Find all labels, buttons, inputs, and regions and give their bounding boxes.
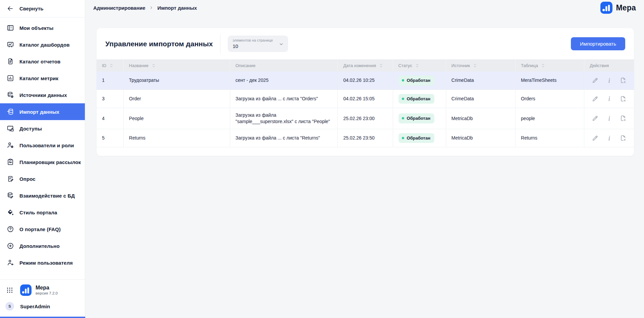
row-name: Order	[123, 90, 230, 108]
info-button[interactable]: i	[606, 77, 613, 84]
folder-objects-icon	[7, 24, 14, 32]
status-badge: Обработан	[398, 133, 434, 143]
info-button[interactable]: i	[606, 115, 613, 122]
status-badge: Обработан	[398, 113, 434, 123]
brand-name: Мера	[36, 285, 58, 291]
row-name: Returns	[123, 129, 230, 147]
row-actions: i	[584, 71, 634, 90]
delete-button[interactable]	[620, 77, 627, 84]
column-header[interactable]: Статус	[393, 59, 446, 71]
sidebar-item-label: О портале (FAQ)	[19, 226, 61, 232]
mera-logo-icon	[600, 2, 612, 14]
sidebar-item-survey[interactable]: Опрос	[0, 170, 85, 187]
page-size-select[interactable]: элементов на странице 10	[228, 36, 288, 52]
sidebar-item-access[interactable]: Доступы	[0, 120, 85, 137]
status-dot-icon	[402, 79, 404, 82]
sidebar-item-user-mode[interactable]: Режим пользователя	[0, 254, 85, 271]
column-header-label: Таблица	[521, 63, 538, 68]
column-header-label: Статус	[398, 63, 412, 68]
dashboard-board-icon	[7, 41, 14, 48]
header-divider	[220, 35, 220, 53]
breadcrumb: Администрирование Импорт данных	[93, 5, 197, 11]
sidebar-item-dashboards-catalog[interactable]: Каталог дашбордов	[0, 36, 85, 53]
document-pencil-icon	[7, 175, 14, 182]
delete-button[interactable]	[620, 135, 627, 142]
sidebar-item-metrics-catalog[interactable]: Каталог метрик	[0, 70, 85, 87]
edit-button[interactable]	[592, 77, 599, 84]
row-table: MeraTimeSheets	[516, 71, 584, 90]
sidebar-item-users-roles[interactable]: Пользователи и роли	[0, 137, 85, 154]
column-header[interactable]: Название	[123, 59, 230, 71]
row-id: 3	[97, 90, 123, 108]
sidebar-item-label: Каталог метрик	[19, 75, 58, 81]
column-header-label: Название	[129, 63, 149, 68]
breadcrumb-item-administration[interactable]: Администрирование	[93, 5, 145, 11]
table-head: IDНазваниеОписаниеДата измененияСтатусИс…	[97, 59, 634, 71]
sort-icon[interactable]	[541, 63, 545, 68]
table-row[interactable]: 3OrderЗагрузка из файла ... с листа "Ord…	[97, 90, 634, 108]
sidebar-item-label: Режим пользователя	[19, 260, 73, 266]
sort-icon[interactable]	[152, 63, 156, 68]
table-row[interactable]: 1Трудозатратысент - дек 202504.02.26 10:…	[97, 71, 634, 90]
import-management-card: Управление импортом данных элементов на …	[97, 28, 634, 156]
user-menu[interactable]: S SuperAdmin	[0, 299, 85, 318]
sidebar-bottom-accent	[0, 317, 85, 318]
user-name: SuperAdmin	[20, 304, 50, 309]
edit-button[interactable]	[592, 95, 599, 102]
table-header-row: IDНазваниеОписаниеДата измененияСтатусИс…	[97, 59, 634, 71]
delete-button[interactable]	[620, 115, 627, 122]
mera-logo-icon	[20, 284, 32, 296]
row-status: Обработан	[393, 129, 446, 147]
sidebar-item-more[interactable]: Дополнительно	[0, 237, 85, 254]
database-import-icon	[7, 108, 14, 115]
sidebar-item-data-sources[interactable]: Источники данных	[0, 87, 85, 103]
sidebar-item-portal-style[interactable]: Стиль портала	[0, 204, 85, 221]
sidebar-item-db-interaction[interactable]: Взаимодействие с БД	[0, 187, 85, 204]
sidebar-item-label: Импорт данных	[19, 109, 59, 115]
row-name: People	[123, 108, 230, 129]
database-gear-icon	[7, 91, 14, 99]
row-id: 1	[97, 71, 123, 90]
sort-icon[interactable]	[473, 63, 477, 68]
avatar: S	[5, 302, 14, 311]
row-description: Загрузка из файла ... с листа "Returns"	[230, 129, 338, 147]
sidebar-item-mailing-scheduler[interactable]: Планировщик рассылок	[0, 154, 85, 170]
user-gear-icon	[7, 142, 14, 149]
sidebar-spacer	[0, 271, 85, 279]
row-actions: i	[584, 90, 634, 108]
sidebar-item-portal-faq[interactable]: О портале (FAQ)	[0, 221, 85, 237]
table-body: 1Трудозатратысент - дек 202504.02.26 10:…	[97, 71, 634, 147]
sort-icon[interactable]	[379, 63, 383, 68]
edit-button[interactable]	[592, 135, 599, 142]
column-header[interactable]: Дата изменения	[338, 59, 393, 71]
table-row[interactable]: 5ReturnsЗагрузка из файла ... с листа "R…	[97, 129, 634, 147]
column-header[interactable]: Таблица	[516, 59, 584, 71]
info-button[interactable]: i	[606, 95, 613, 102]
sidebar-item-reports-catalog[interactable]: Каталог отчетов	[0, 53, 85, 70]
delete-button[interactable]	[620, 95, 627, 102]
sidebar-item-label: Дополнительно	[19, 243, 60, 249]
info-button[interactable]: i	[606, 135, 613, 142]
column-header[interactable]: ID	[97, 59, 123, 71]
sidebar-item-label: Планировщик рассылок	[19, 159, 81, 165]
topbar-brand: Мера	[600, 2, 636, 14]
apps-grid-icon[interactable]	[6, 286, 13, 294]
sidebar-item-my-objects[interactable]: Мои объекты	[0, 19, 85, 36]
row-source: CrimeData	[446, 71, 515, 90]
edit-button[interactable]	[592, 115, 599, 122]
row-id: 5	[97, 129, 123, 147]
sidebar-item-data-import[interactable]: Импорт данных	[0, 103, 85, 120]
import-button[interactable]: Импортировать	[571, 37, 625, 50]
page-size-label: элементов на странице	[232, 38, 274, 42]
collapse-sidebar-button[interactable]: Свернуть	[0, 0, 85, 17]
topbar: Администрирование Импорт данных Мера	[85, 0, 644, 15]
sidebar-item-label: Взаимодействие с БД	[19, 193, 75, 199]
status-label: Обработан	[407, 115, 430, 121]
sidebar-nav: Мои объектыКаталог дашбордовКаталог отче…	[0, 17, 85, 271]
table-row[interactable]: 4PeopleЗагрузка из файла "sample___super…	[97, 108, 634, 129]
row-status: Обработан	[393, 90, 446, 108]
row-modified-date: 04.02.26 15:05	[338, 90, 393, 108]
sort-icon[interactable]	[415, 63, 419, 68]
sort-icon[interactable]	[109, 63, 113, 68]
column-header[interactable]: Источник	[446, 59, 515, 71]
